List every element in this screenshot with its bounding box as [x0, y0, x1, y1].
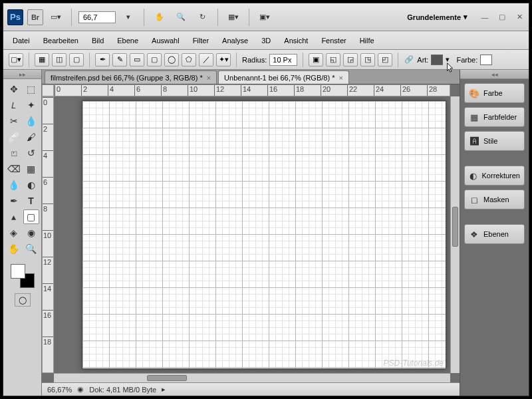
blur-tool-icon[interactable]: 💧 [6, 178, 22, 192]
path-select-icon[interactable]: ▴ [6, 209, 22, 224]
color-swatch[interactable] [480, 55, 492, 65]
3d-camera-icon[interactable]: ◉ [23, 225, 39, 240]
custom-shape-icon[interactable]: ✦▾ [216, 53, 231, 66]
panel-stile[interactable]: 🅰 Stile [464, 131, 525, 151]
panel-ebenen[interactable]: ❖ Ebenen [464, 224, 525, 244]
ellipse-icon[interactable]: ◯ [164, 53, 179, 66]
style-swatch[interactable] [431, 55, 443, 65]
gradient-tool-icon[interactable]: ▦ [23, 162, 39, 176]
document-tab[interactable]: filmstreifen.psd bei 66,7% (Gruppe 3, RG… [45, 70, 217, 84]
rect-shape-icon[interactable]: ▭ [130, 53, 144, 66]
panels-collapse-icon[interactable]: ◂◂ [460, 70, 529, 79]
masks-icon: ◻ [469, 194, 479, 205]
menu-window[interactable]: Fenster [315, 33, 352, 48]
app-icon[interactable]: Ps [7, 9, 23, 25]
radius-label: Radius: [242, 56, 267, 64]
crop-tool-icon[interactable]: ✂ [6, 114, 22, 128]
hand-tool-icon[interactable]: ✋ [151, 9, 168, 25]
panel-masken[interactable]: ◻ Masken [464, 190, 525, 209]
status-zoom[interactable]: 66,67% [47, 386, 72, 394]
ruler-vertical[interactable]: 024681012141618 [42, 96, 54, 373]
magic-wand-icon[interactable]: ✦ [23, 98, 39, 112]
subtract-shape-icon[interactable]: ◲ [343, 53, 358, 66]
polygon-icon[interactable]: ⬠ [182, 53, 196, 66]
close-icon[interactable]: × [207, 74, 211, 82]
shape-tool-icon[interactable]: ▢ [23, 209, 39, 224]
menu-edit[interactable]: Bearbeiten [37, 33, 85, 48]
screen-mode-icon[interactable]: ▣▾ [256, 9, 273, 25]
new-shape-icon[interactable]: ▣ [309, 53, 323, 66]
lasso-tool-icon[interactable]: 𝘓 [6, 98, 22, 112]
bridge-icon[interactable]: Br [27, 9, 43, 25]
zoom-dropdown-icon[interactable]: ▾ [120, 9, 137, 25]
ruler-origin[interactable] [42, 84, 54, 96]
menu-select[interactable]: Auswahl [145, 33, 186, 48]
hand-pan-icon[interactable]: ✋ [6, 241, 22, 256]
arrange-icon[interactable]: ▦▾ [225, 9, 242, 25]
zoom-tool-icon[interactable]: 🔍 [172, 9, 190, 25]
panel-farbe[interactable]: 🎨 Farbe [464, 83, 525, 103]
minimize-button[interactable]: — [479, 13, 490, 22]
options-bar: ▢▾ ▦ ◫ ▢ ✒ ✎ ▭ ▢ ◯ ⬠ ／ ✦▾ Radius: ▣ ◱ ◲ … [3, 50, 529, 70]
panel-farbfelder[interactable]: ▦ Farbfelder [464, 107, 525, 127]
chevron-right-icon[interactable]: ▸ [162, 385, 166, 394]
add-shape-icon[interactable]: ◱ [326, 53, 340, 66]
3d-tool-icon[interactable]: ◈ [6, 225, 22, 240]
menu-file[interactable]: Datei [6, 33, 37, 48]
rotate-view-icon[interactable]: ↻ [194, 9, 211, 25]
scrollbar-vertical[interactable] [450, 96, 460, 373]
menu-view[interactable]: Ansicht [277, 33, 315, 48]
brush-tool-icon[interactable]: 🖌 [23, 130, 39, 144]
canvas[interactable] [82, 100, 446, 369]
menu-filter[interactable]: Filter [186, 33, 215, 48]
exclude-shape-icon[interactable]: ◰ [378, 53, 392, 66]
dodge-tool-icon[interactable]: ◐ [23, 178, 39, 192]
status-doc-info[interactable]: Dok: 4,81 MB/0 Byte [89, 386, 156, 394]
layout-picker-icon[interactable]: ▭▾ [47, 9, 65, 25]
scrollbar-horizontal[interactable] [54, 373, 450, 382]
intersect-shape-icon[interactable]: ◳ [360, 53, 375, 66]
panel-korrekturen[interactable]: ◐ Korrekturen [464, 166, 525, 186]
close-icon[interactable]: × [338, 74, 342, 82]
tool-preset-icon[interactable]: ▢▾ [9, 53, 23, 66]
menu-layer[interactable]: Ebene [110, 33, 145, 48]
paths-icon[interactable]: ◫ [52, 53, 66, 66]
chevron-down-icon[interactable]: ▾ [446, 55, 450, 64]
zoom-in-icon[interactable]: 🔍 [23, 241, 39, 256]
eyedropper-icon[interactable]: 💧 [23, 114, 39, 128]
move-tool-icon[interactable]: ✥ [6, 82, 22, 96]
foreground-color-swatch[interactable] [11, 264, 25, 279]
type-tool-icon[interactable]: T [23, 194, 39, 208]
menu-3d[interactable]: 3D [255, 33, 277, 48]
panel-label: Korrekturen [482, 172, 520, 180]
status-icon[interactable]: ◉ [77, 385, 84, 394]
scroll-thumb[interactable] [452, 207, 458, 247]
healing-brush-icon[interactable]: 🩹 [6, 130, 22, 144]
scroll-thumb[interactable] [147, 375, 187, 381]
history-brush-icon[interactable]: ↺ [23, 146, 39, 160]
close-button[interactable]: ✕ [514, 13, 525, 22]
menu-analysis[interactable]: Analyse [215, 33, 255, 48]
rounded-rect-icon[interactable]: ▢ [147, 53, 162, 66]
pen-tool-icon[interactable]: ✒ [6, 194, 22, 208]
link-icon[interactable]: 🔗 [404, 53, 414, 66]
menu-image[interactable]: Bild [85, 33, 110, 48]
zoom-value[interactable]: 66,7 [78, 11, 116, 23]
eraser-tool-icon[interactable]: ⌫ [6, 162, 22, 176]
freeform-pen-icon[interactable]: ✎ [112, 53, 127, 66]
tools-collapse-icon[interactable]: ▸▸ [3, 70, 41, 79]
menu-help[interactable]: Hilfe [353, 33, 381, 48]
color-swatches[interactable] [11, 264, 35, 288]
marquee-tool-icon[interactable]: ⬚ [23, 82, 39, 96]
line-icon[interactable]: ／ [199, 53, 213, 66]
radius-input[interactable] [269, 54, 297, 66]
stamp-tool-icon[interactable]: ⏍ [6, 146, 22, 160]
pen-icon[interactable]: ✒ [95, 53, 110, 66]
shape-layers-icon[interactable]: ▦ [35, 53, 49, 66]
document-tab[interactable]: Unbenannt-1 bei 66,7% (RGB/8) * × [218, 70, 349, 84]
ruler-horizontal[interactable]: 0246810121416182022242628 [54, 84, 450, 96]
fill-pixels-icon[interactable]: ▢ [69, 53, 84, 66]
workspace-picker[interactable]: Grundelemente ▾ [402, 10, 473, 24]
maximize-button[interactable]: ▢ [497, 13, 507, 22]
quick-mask-icon[interactable]: ◯ [15, 293, 31, 307]
